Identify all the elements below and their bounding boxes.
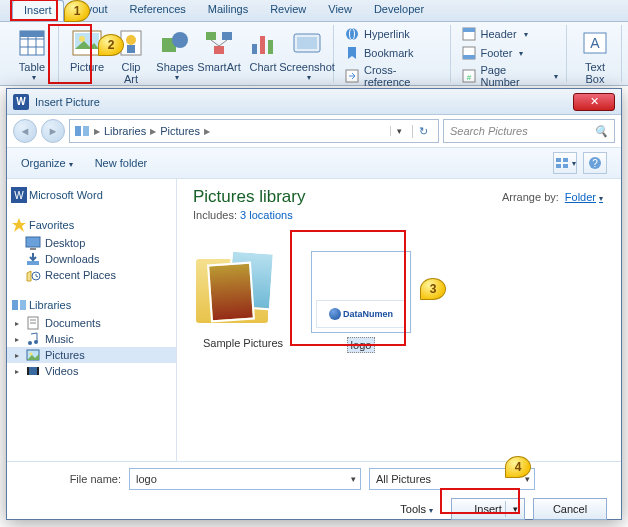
chart-icon bbox=[247, 27, 279, 59]
hyperlink-button[interactable]: Hyperlink bbox=[340, 25, 446, 43]
expand-icon[interactable]: ▸ bbox=[15, 367, 19, 376]
sidebar-downloads[interactable]: Downloads bbox=[7, 251, 176, 267]
search-input[interactable]: Search Pictures🔍 bbox=[443, 119, 615, 143]
header-button[interactable]: Header bbox=[457, 25, 563, 43]
crumb-libraries[interactable]: Libraries bbox=[104, 125, 146, 137]
picture-icon bbox=[71, 27, 103, 59]
sidebar-desktop[interactable]: Desktop bbox=[7, 235, 176, 251]
sidebar-msword[interactable]: WMicrosoft Word bbox=[7, 185, 176, 205]
desktop-icon bbox=[25, 235, 41, 251]
insert-button[interactable]: Insert▾ bbox=[451, 498, 525, 520]
crossref-button[interactable]: Cross-reference bbox=[340, 63, 446, 89]
tab-view[interactable]: View bbox=[317, 0, 363, 21]
shapes-button[interactable]: Shapes bbox=[153, 25, 197, 84]
table-button[interactable]: Table bbox=[10, 25, 54, 84]
svg-rect-36 bbox=[563, 158, 568, 162]
chevron-down-icon: ▾ bbox=[525, 474, 530, 484]
header-icon bbox=[461, 26, 477, 42]
locations-link[interactable]: 3 locations bbox=[240, 209, 293, 221]
expand-icon[interactable]: ▸ bbox=[15, 319, 19, 328]
sidebar-msword-label: Microsoft Word bbox=[29, 189, 103, 201]
file-sample-pictures[interactable]: Sample Pictures bbox=[193, 251, 293, 353]
pagenum-button[interactable]: #Page Number bbox=[457, 63, 563, 89]
newfolder-button[interactable]: New folder bbox=[95, 157, 148, 169]
music-icon bbox=[25, 331, 41, 347]
tab-references[interactable]: References bbox=[119, 0, 197, 21]
help-button[interactable]: ? bbox=[583, 152, 607, 174]
arrange-by: Arrange by:Folder bbox=[502, 191, 603, 203]
chevron-right-icon: ▶ bbox=[204, 127, 210, 136]
bookmark-label: Bookmark bbox=[364, 47, 414, 59]
forward-button[interactable]: ► bbox=[41, 119, 65, 143]
svg-point-52 bbox=[28, 341, 32, 345]
screenshot-button[interactable]: Screenshot bbox=[285, 25, 329, 84]
pagenum-icon: # bbox=[461, 68, 477, 84]
clipart-label: Clip Art bbox=[122, 61, 141, 85]
textbox-button[interactable]: A Text Box bbox=[573, 25, 617, 96]
image-thumbnail: DataNumen bbox=[311, 251, 411, 333]
refresh-icon[interactable]: ↻ bbox=[412, 125, 434, 138]
breadcrumb[interactable]: ▶ Libraries ▶ Pictures ▶ ▾ ↻ bbox=[69, 119, 439, 143]
sidebar-music[interactable]: ▸Music bbox=[7, 331, 176, 347]
svg-rect-45 bbox=[27, 261, 39, 265]
sidebar-libraries[interactable]: Libraries bbox=[7, 295, 176, 315]
bookmark-icon bbox=[344, 45, 360, 61]
view-button[interactable] bbox=[553, 152, 577, 174]
svg-rect-38 bbox=[563, 164, 568, 168]
cancel-button[interactable]: Cancel bbox=[533, 498, 607, 520]
file-logo[interactable]: DataNumen logo bbox=[311, 251, 411, 353]
sidebar-favorites[interactable]: Favorites bbox=[7, 215, 176, 235]
bookmark-button[interactable]: Bookmark bbox=[340, 44, 446, 62]
documents-icon bbox=[25, 315, 41, 331]
back-button[interactable]: ◄ bbox=[13, 119, 37, 143]
svg-rect-58 bbox=[37, 367, 39, 375]
close-button[interactable]: ✕ bbox=[573, 93, 615, 111]
crumb-pictures[interactable]: Pictures bbox=[160, 125, 200, 137]
folder-icon bbox=[193, 251, 283, 333]
sidebar-recent[interactable]: Recent Places bbox=[7, 267, 176, 283]
svg-rect-47 bbox=[12, 300, 18, 310]
footer-button[interactable]: Footer bbox=[457, 44, 563, 62]
screenshot-label: Screenshot bbox=[279, 61, 335, 73]
svg-text:W: W bbox=[14, 190, 24, 201]
chevron-right-icon: ▶ bbox=[150, 127, 156, 136]
tab-developer[interactable]: Developer bbox=[363, 0, 435, 21]
tab-mailings[interactable]: Mailings bbox=[197, 0, 259, 21]
expand-icon[interactable]: ▸ bbox=[15, 335, 19, 344]
videos-icon bbox=[25, 363, 41, 379]
svg-point-53 bbox=[34, 340, 38, 344]
library-icon bbox=[11, 297, 27, 313]
arrange-value[interactable]: Folder bbox=[565, 191, 603, 203]
insert-picture-dialog: W Insert Picture ✕ ◄ ► ▶ Libraries ▶ Pic… bbox=[6, 88, 622, 520]
tab-layout[interactable]: Layout bbox=[64, 0, 119, 21]
textbox-icon: A bbox=[579, 27, 611, 59]
sidebar-videos[interactable]: ▸Videos bbox=[7, 363, 176, 379]
expand-icon[interactable]: ▸ bbox=[15, 351, 19, 360]
sidebar-pictures[interactable]: ▸Pictures bbox=[7, 347, 176, 363]
logo-brand-text: DataNumen bbox=[343, 309, 393, 319]
file-label: Sample Pictures bbox=[193, 337, 293, 349]
tools-button[interactable]: Tools bbox=[400, 503, 433, 515]
insert-label: Insert bbox=[474, 503, 502, 515]
shapes-icon bbox=[159, 27, 191, 59]
filename-value: logo bbox=[136, 473, 157, 485]
tab-review[interactable]: Review bbox=[259, 0, 317, 21]
smartart-button[interactable]: SmartArt bbox=[197, 25, 241, 75]
svg-rect-18 bbox=[260, 36, 265, 54]
library-icon bbox=[74, 123, 90, 139]
word-icon: W bbox=[11, 187, 27, 203]
filter-value: All Pictures bbox=[376, 473, 431, 485]
tab-insert[interactable]: Insert bbox=[12, 0, 64, 21]
chevron-down-icon[interactable]: ▾ bbox=[390, 126, 408, 136]
picture-button[interactable]: Picture bbox=[65, 25, 109, 75]
clipart-button[interactable]: Clip Art bbox=[109, 25, 153, 96]
svg-point-22 bbox=[346, 28, 358, 40]
svg-rect-14 bbox=[206, 32, 216, 40]
hyperlink-icon bbox=[344, 26, 360, 42]
svg-text:A: A bbox=[590, 35, 600, 51]
organize-button[interactable]: Organize bbox=[21, 157, 73, 169]
filter-select[interactable]: All Pictures▾ bbox=[369, 468, 535, 490]
svg-rect-15 bbox=[222, 32, 232, 40]
filename-input[interactable]: logo▾ bbox=[129, 468, 361, 490]
sidebar-documents[interactable]: ▸Documents bbox=[7, 315, 176, 331]
